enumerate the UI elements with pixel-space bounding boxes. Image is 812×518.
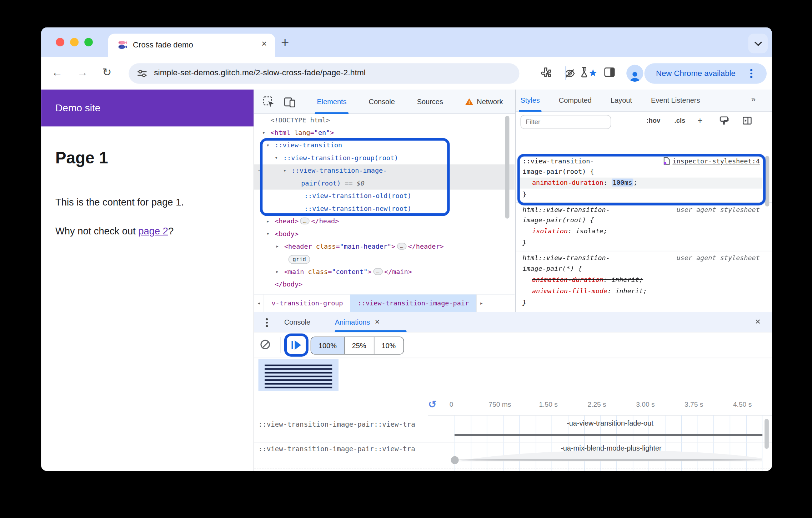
extensions-puzzle-icon[interactable]	[541, 66, 552, 78]
clear-all-icon[interactable]	[260, 340, 270, 349]
forward-icon[interactable]: →	[77, 66, 88, 78]
speed-button-100[interactable]: 100%	[311, 337, 344, 354]
keyframe-dot[interactable]	[451, 456, 459, 464]
breadcrumb-scroll-left-icon[interactable]: ◂	[254, 294, 264, 312]
dom-node-text: <main class="content">…</main>	[284, 268, 412, 275]
back-icon[interactable]: ←	[52, 66, 63, 78]
drawer-tab-animations[interactable]: Animations×	[335, 312, 380, 332]
collapse-arrow-icon[interactable]: ▸	[276, 265, 279, 278]
styles-filter-input[interactable]	[520, 115, 611, 129]
css-declaration[interactable]: animation-fill-mode: inherit;	[532, 287, 647, 295]
browser-tab[interactable]: Cross fade demo ×	[108, 34, 275, 57]
sidebar-tab-computed[interactable]: Computed	[559, 89, 592, 111]
tab-search-chevron-button[interactable]	[748, 34, 768, 54]
animation-name-label[interactable]: -ua-view-transition-fade-out	[567, 419, 653, 427]
minimize-window-button[interactable]	[70, 38, 79, 46]
ruler-tick-label: 750 ms	[488, 400, 511, 408]
css-selector[interactable]: html::view-transition-	[522, 254, 610, 262]
rendering-paint-icon[interactable]	[719, 116, 729, 126]
dom-tree-row[interactable]: ▸<main class="content">…</main>	[254, 265, 515, 278]
timeline-scrollbar[interactable]	[765, 419, 769, 449]
devtools-tab-elements[interactable]: Elements	[317, 90, 346, 114]
reload-icon[interactable]: ↻	[102, 66, 111, 78]
speed-button-10[interactable]: 10%	[374, 337, 403, 354]
drawer-tab-console[interactable]: Console	[284, 312, 310, 332]
sidebar-tab-styles[interactable]: Styles	[520, 89, 540, 111]
breadcrumb-item[interactable]: v-transition-group	[264, 294, 350, 312]
animation-target-selector[interactable]: ::view-transition-image-pair::view-tra	[259, 445, 452, 453]
new-style-rule-plus-icon[interactable]: +	[698, 116, 703, 126]
tab-close-icon[interactable]: ×	[375, 317, 380, 327]
side-panel-icon[interactable]	[604, 66, 615, 78]
animation-duration-bar[interactable]	[455, 459, 762, 461]
pill-kebab-icon[interactable]	[750, 69, 752, 77]
dom-tree-row[interactable]: ▸<head>…</head>	[254, 215, 515, 227]
collapse-arrow-icon[interactable]: ▸	[276, 240, 279, 253]
speed-button-25[interactable]: 25%	[344, 337, 374, 354]
experiments-flask-icon[interactable]	[578, 66, 590, 78]
dom-tree-row[interactable]: ▾::view-transition-group(root)	[254, 152, 515, 164]
device-toolbar-icon[interactable]	[284, 96, 296, 108]
expand-arrow-icon[interactable]: ▾	[275, 152, 278, 164]
dom-tree-row[interactable]: pair(root) == $0	[254, 177, 515, 189]
close-window-button[interactable]	[56, 38, 65, 46]
styles-scrollbar[interactable]	[765, 156, 770, 207]
sidebar-more-tabs-icon[interactable]: »	[751, 95, 756, 104]
sidebar-tab-layout[interactable]: Layout	[611, 89, 632, 111]
address-bar[interactable]: simple-set-demos.glitch.me/2-slow-cross-…	[129, 63, 519, 84]
tab-close-icon[interactable]: ×	[261, 39, 267, 50]
dom-tree-row[interactable]: grid	[254, 253, 515, 265]
animation-preview-tile[interactable]	[259, 359, 339, 391]
dom-tree-row[interactable]: </body>	[254, 278, 515, 291]
playback-speed-group: 100%25%10%	[311, 337, 404, 355]
profile-avatar[interactable]	[626, 65, 643, 82]
dom-tree-row[interactable]: <!DOCTYPE html>	[254, 114, 515, 126]
expand-arrow-icon[interactable]: ▾	[283, 164, 286, 177]
devtools-tab-network[interactable]: Network	[465, 90, 503, 114]
dock-sidebar-icon[interactable]	[742, 116, 752, 126]
collapse-arrow-icon[interactable]: ▸	[266, 215, 270, 227]
css-selector[interactable]: ::view-transition-	[522, 157, 594, 165]
stylesheet-link[interactable]: inspector-stylesheet:4	[663, 157, 760, 165]
drawer-kebab-icon[interactable]	[266, 318, 267, 327]
sidebar-tab-event-listeners[interactable]: Event Listeners	[651, 89, 700, 111]
dom-tree-row[interactable]: ::view-transition-old(root)	[254, 190, 515, 202]
page-2-link[interactable]: page 2	[138, 225, 168, 237]
dom-tree-row[interactable]: ▾::view-transition	[254, 139, 515, 152]
animation-duration-bar[interactable]	[455, 434, 762, 436]
hover-state-toggle[interactable]: :hov	[646, 117, 660, 125]
devtools-tab-sources[interactable]: Sources	[417, 90, 443, 114]
expand-arrow-icon[interactable]: ▾	[262, 126, 265, 139]
inspect-element-icon[interactable]	[262, 96, 275, 108]
dom-tree-row[interactable]: ::view-transition-new(root)	[254, 202, 515, 215]
site-settings-tune-icon[interactable]	[137, 68, 147, 78]
replay-resume-icon[interactable]	[292, 340, 301, 350]
class-toggle[interactable]: .cls	[675, 117, 686, 125]
dom-tree-row[interactable]: ⋯▾::view-transition-image-	[254, 164, 515, 177]
css-declaration[interactable]: animation-duration: inherit;	[532, 275, 643, 283]
drawer-close-icon[interactable]: ×	[755, 316, 761, 327]
timeline-replay-icon[interactable]: ↺	[428, 398, 437, 410]
animation-target-selector[interactable]: ::view-transition-image-pair::view-tra	[259, 420, 452, 428]
breadcrumb-scroll-right-icon[interactable]: ▸	[476, 294, 486, 312]
maximize-window-button[interactable]	[84, 38, 93, 46]
css-selector[interactable]: html::view-transition-	[522, 205, 610, 213]
css-selector[interactable]: image-pair(root) {	[522, 216, 594, 224]
devtools-tab-console[interactable]: Console	[369, 90, 395, 114]
chrome-update-button[interactable]: New Chrome available	[644, 63, 767, 84]
dom-tree-row[interactable]: ▸<header class="main-header">…</header>	[254, 240, 515, 253]
css-declaration[interactable]: isolation: isolate;	[532, 227, 607, 235]
css-selector[interactable]: image-pair(root) {	[522, 168, 594, 176]
css-declaration[interactable]: animation-duration: 100ms;	[532, 179, 637, 187]
dom-tree-row[interactable]: ▾<html lang="en">	[254, 126, 515, 139]
new-tab-button[interactable]: +	[281, 36, 289, 48]
breadcrumb-item[interactable]: ::view-transition-image-pair	[350, 294, 476, 312]
expand-arrow-icon[interactable]: ▾	[266, 139, 270, 152]
elements-scrollbar[interactable]	[505, 116, 510, 219]
css-selector[interactable]: image-pair(*) {	[522, 264, 582, 272]
animation-name-label[interactable]: -ua-mix-blend-mode-plus-lighter	[561, 444, 662, 452]
expand-arrow-icon[interactable]: ▾	[266, 228, 270, 240]
url-text[interactable]: simple-set-demos.glitch.me/2-slow-cross-…	[154, 68, 366, 77]
dom-tree-row[interactable]: ▾<body>	[254, 228, 515, 240]
row-overflow-dots-icon[interactable]: ⋯	[259, 164, 262, 177]
